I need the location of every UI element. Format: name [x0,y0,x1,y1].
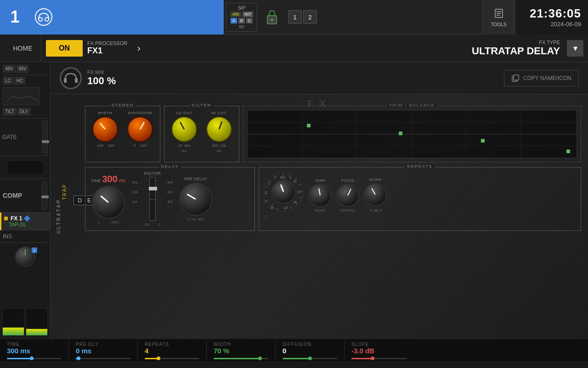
ins-section[interactable]: INS [0,230,50,243]
routing-btn-2[interactable]: 2 [303,10,317,24]
fx1-sublabel: TAP-DL [9,222,47,227]
fx1-slot[interactable]: FX 1 TAP-DL [0,213,50,230]
channel-icon-area [30,0,57,34]
fx-type-label: FX TYPE [539,40,560,45]
slope-param-label: SLOPE [351,342,407,347]
hc-button[interactable]: HC [14,77,25,85]
ins-label: INS [3,233,12,240]
hicut-min: 200 [212,144,218,148]
comp-section[interactable]: COMP [0,179,50,213]
jump-sublabel: MOVE [315,208,326,213]
slope-max: 6 [379,208,381,213]
hicut-knob[interactable] [206,116,232,142]
svg-line-34 [267,200,269,201]
pre-dly-label: PRE DLY [76,342,130,347]
channel-name-area [57,0,224,34]
repeats-dial-area: 10 12 13 14 15 16 2 3 4 7 [263,171,304,213]
svg-point-0 [35,9,52,25]
gate-fader-handle[interactable] [42,140,49,143]
main-fx-panel: FX MIX 100 % COPY NAME/ICON [51,62,588,338]
jump-knob[interactable] [309,184,332,207]
fx-type-block: FX TYPE ULTRATAP DELAY ▾ [472,40,583,57]
repeats-title: REPEATS [405,164,435,169]
lock-icon[interactable] [262,7,282,27]
svg-text:7: 7 [275,176,277,179]
channel-number: 1 [0,0,30,34]
time-knob[interactable] [92,186,125,219]
fx-type-dropdown[interactable]: ▾ [567,40,583,57]
channel-knob[interactable]: 1 [15,247,35,267]
svg-point-1 [39,17,42,21]
tap-point-3[interactable] [481,139,485,143]
headset-icon [34,7,53,27]
home-button[interactable]: HOME [5,34,41,62]
routing-btn-1[interactable]: 1 [288,10,302,24]
factor-bottom-range: 1/3 2 [144,223,161,227]
tap-point-1[interactable] [307,124,311,127]
hicut-range: 200 20k [212,144,226,148]
48v-button[interactable]: 48V [3,65,16,73]
locut-range: 20 400 [178,144,190,148]
width-knob-group: WIDTH -100 100 [92,111,118,148]
plugin-content: STEREO WIDTH -100 100 [78,94,588,338]
factor-center-line [150,199,155,200]
hicut-unit: Hz [217,149,221,153]
width-param-value: 70 % [214,347,268,355]
int-badge: INT [243,12,253,17]
width-knob[interactable] [92,116,118,142]
dly-button[interactable]: DLY [17,108,31,115]
fx-mix-knob-display[interactable] [60,67,82,89]
svg-rect-9 [64,78,67,83]
slope-knob[interactable] [364,183,387,206]
comp-fader-handle[interactable] [41,196,49,198]
fx-arrow-button[interactable]: › [132,39,146,58]
filter-title: FILTER [190,103,214,108]
trim-graph[interactable] [247,110,577,158]
locut-unit: Hz [182,149,187,153]
repeats-knob[interactable] [271,180,295,204]
factor-group: FACTOR 3/4- 2/3- 1/2- -5/4 [131,171,174,227]
jump-label: JUMP [315,178,325,183]
fl-3: 1/2- [132,200,139,204]
factor-slider[interactable] [149,177,156,221]
copy-name-label: COPY NAME/ICON [523,75,571,81]
filter-knobs: LO CUT 20 400 Hz [171,111,232,153]
channel-knob-marker [25,249,26,256]
tap-point-2[interactable] [399,132,402,135]
time-knob-marker [100,195,109,202]
locut-knob[interactable] [171,116,197,142]
factor-labels-right: -5/4 -4/3 -3/2 [166,180,173,204]
level-fill-left [3,328,24,335]
top-row: STEREO WIDTH -100 100 [85,106,581,162]
factor-slider-handle[interactable] [149,187,157,190]
fx-processor-name: FX1 [87,46,127,56]
time-label: TIME [91,178,101,183]
gate-label: GATE [2,134,17,140]
fr-1: -5/4 [166,180,173,184]
pre-dly-value: 0 ms [76,347,130,355]
slope-range: -6 dB 6 [369,208,381,213]
param-time: TIME 300 ms [0,339,69,361]
inv-button[interactable]: INV [17,65,29,73]
comp-fader[interactable] [42,182,47,209]
sc-badge: SC [239,24,245,29]
gate-section: GATE [0,119,50,156]
copy-name-button[interactable]: COPY NAME/ICON [504,70,579,86]
slope-param-value: -3.0 dB [351,347,407,355]
gate-fader[interactable] [42,121,48,153]
tap-point-4[interactable] [566,150,570,153]
predelay-range: 0 ms 500 [187,217,204,221]
repeats-param-value: 4 [145,347,199,355]
lc-button[interactable]: LC [3,77,13,85]
repeats-section: REPEATS [259,167,581,231]
tilt-button[interactable]: TILT [3,108,17,115]
predelay-knob[interactable] [179,183,212,216]
svg-text:3: 3 [265,190,266,194]
knob-row-1: JUMP MOVE FOCUS [309,178,577,213]
tools-button[interactable]: TOOLS [482,0,514,34]
stereo-title: STEREO [109,103,136,108]
param-slope: SLOPE -3.0 dB [345,339,413,361]
focus-knob[interactable] [336,184,359,207]
on-button[interactable]: ON [46,40,83,57]
diffusion-knob[interactable] [127,116,153,142]
